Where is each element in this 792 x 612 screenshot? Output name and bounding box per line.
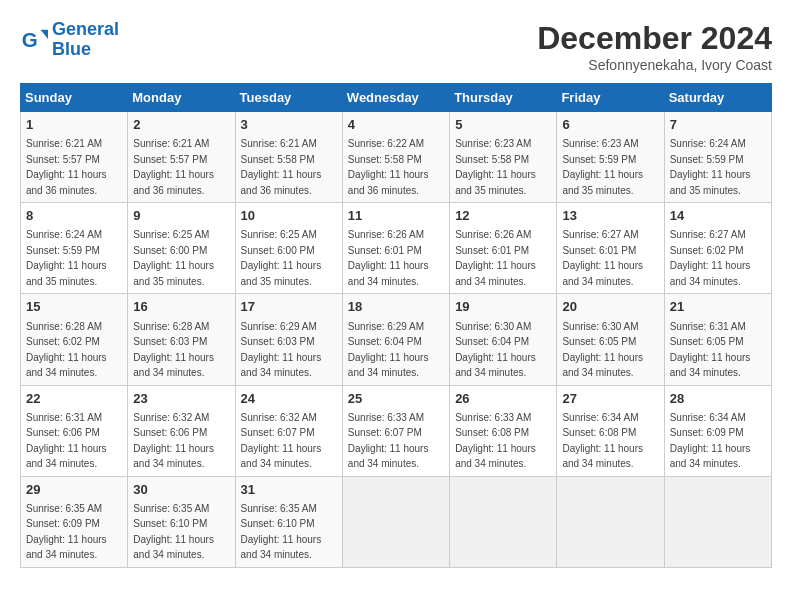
calendar-day-cell: 31Sunrise: 6:35 AMSunset: 6:10 PMDayligh… [235,476,342,567]
calendar-day-cell: 2Sunrise: 6:21 AMSunset: 5:57 PMDaylight… [128,112,235,203]
calendar-day-cell: 6Sunrise: 6:23 AMSunset: 5:59 PMDaylight… [557,112,664,203]
day-info: Sunrise: 6:28 AMSunset: 6:02 PMDaylight:… [26,321,107,379]
day-info: Sunrise: 6:34 AMSunset: 6:08 PMDaylight:… [562,412,643,470]
calendar-day-cell: 22Sunrise: 6:31 AMSunset: 6:06 PMDayligh… [21,385,128,476]
calendar-day-cell: 1Sunrise: 6:21 AMSunset: 5:57 PMDaylight… [21,112,128,203]
day-number: 10 [241,207,337,225]
day-info: Sunrise: 6:32 AMSunset: 6:07 PMDaylight:… [241,412,322,470]
calendar-body: 1Sunrise: 6:21 AMSunset: 5:57 PMDaylight… [21,112,772,568]
day-number: 12 [455,207,551,225]
calendar-day-cell: 19Sunrise: 6:30 AMSunset: 6:04 PMDayligh… [450,294,557,385]
calendar-day-cell: 16Sunrise: 6:28 AMSunset: 6:03 PMDayligh… [128,294,235,385]
day-info: Sunrise: 6:24 AMSunset: 5:59 PMDaylight:… [26,229,107,287]
calendar-day-cell: 29Sunrise: 6:35 AMSunset: 6:09 PMDayligh… [21,476,128,567]
day-number: 1 [26,116,122,134]
day-number: 26 [455,390,551,408]
weekday-header-cell: Tuesday [235,84,342,112]
day-number: 30 [133,481,229,499]
calendar-table: SundayMondayTuesdayWednesdayThursdayFrid… [20,83,772,568]
day-number: 13 [562,207,658,225]
day-info: Sunrise: 6:26 AMSunset: 6:01 PMDaylight:… [348,229,429,287]
day-info: Sunrise: 6:21 AMSunset: 5:57 PMDaylight:… [133,138,214,196]
day-number: 29 [26,481,122,499]
calendar-day-cell: 21Sunrise: 6:31 AMSunset: 6:05 PMDayligh… [664,294,771,385]
weekday-header-cell: Sunday [21,84,128,112]
day-info: Sunrise: 6:35 AMSunset: 6:10 PMDaylight:… [133,503,214,561]
day-info: Sunrise: 6:35 AMSunset: 6:09 PMDaylight:… [26,503,107,561]
day-info: Sunrise: 6:30 AMSunset: 6:04 PMDaylight:… [455,321,536,379]
calendar-day-cell: 20Sunrise: 6:30 AMSunset: 6:05 PMDayligh… [557,294,664,385]
title-block: December 2024 Sefonnyenekaha, Ivory Coas… [537,20,772,73]
calendar-day-cell: 30Sunrise: 6:35 AMSunset: 6:10 PMDayligh… [128,476,235,567]
calendar-week-row: 1Sunrise: 6:21 AMSunset: 5:57 PMDaylight… [21,112,772,203]
day-number: 20 [562,298,658,316]
page-header: G General Blue December 2024 Sefonnyenek… [20,20,772,73]
day-info: Sunrise: 6:27 AMSunset: 6:02 PMDaylight:… [670,229,751,287]
weekday-header-row: SundayMondayTuesdayWednesdayThursdayFrid… [21,84,772,112]
calendar-week-row: 29Sunrise: 6:35 AMSunset: 6:09 PMDayligh… [21,476,772,567]
day-info: Sunrise: 6:22 AMSunset: 5:58 PMDaylight:… [348,138,429,196]
day-number: 11 [348,207,444,225]
logo-text: General Blue [52,20,119,60]
calendar-day-cell: 8Sunrise: 6:24 AMSunset: 5:59 PMDaylight… [21,203,128,294]
day-number: 17 [241,298,337,316]
day-info: Sunrise: 6:32 AMSunset: 6:06 PMDaylight:… [133,412,214,470]
day-number: 22 [26,390,122,408]
calendar-week-row: 22Sunrise: 6:31 AMSunset: 6:06 PMDayligh… [21,385,772,476]
day-info: Sunrise: 6:29 AMSunset: 6:03 PMDaylight:… [241,321,322,379]
svg-marker-1 [41,30,48,39]
day-number: 18 [348,298,444,316]
day-info: Sunrise: 6:21 AMSunset: 5:57 PMDaylight:… [26,138,107,196]
weekday-header-cell: Wednesday [342,84,449,112]
day-number: 25 [348,390,444,408]
day-number: 9 [133,207,229,225]
calendar-day-cell [557,476,664,567]
calendar-week-row: 15Sunrise: 6:28 AMSunset: 6:02 PMDayligh… [21,294,772,385]
calendar-day-cell: 5Sunrise: 6:23 AMSunset: 5:58 PMDaylight… [450,112,557,203]
location-subtitle: Sefonnyenekaha, Ivory Coast [537,57,772,73]
day-info: Sunrise: 6:33 AMSunset: 6:08 PMDaylight:… [455,412,536,470]
day-number: 21 [670,298,766,316]
calendar-day-cell: 27Sunrise: 6:34 AMSunset: 6:08 PMDayligh… [557,385,664,476]
day-number: 15 [26,298,122,316]
day-info: Sunrise: 6:26 AMSunset: 6:01 PMDaylight:… [455,229,536,287]
calendar-day-cell: 24Sunrise: 6:32 AMSunset: 6:07 PMDayligh… [235,385,342,476]
day-number: 7 [670,116,766,134]
day-number: 4 [348,116,444,134]
day-info: Sunrise: 6:29 AMSunset: 6:04 PMDaylight:… [348,321,429,379]
day-info: Sunrise: 6:27 AMSunset: 6:01 PMDaylight:… [562,229,643,287]
day-number: 23 [133,390,229,408]
day-info: Sunrise: 6:31 AMSunset: 6:06 PMDaylight:… [26,412,107,470]
calendar-day-cell: 18Sunrise: 6:29 AMSunset: 6:04 PMDayligh… [342,294,449,385]
logo: G General Blue [20,20,119,60]
calendar-week-row: 8Sunrise: 6:24 AMSunset: 5:59 PMDaylight… [21,203,772,294]
day-info: Sunrise: 6:23 AMSunset: 5:59 PMDaylight:… [562,138,643,196]
day-number: 8 [26,207,122,225]
calendar-day-cell: 14Sunrise: 6:27 AMSunset: 6:02 PMDayligh… [664,203,771,294]
day-number: 3 [241,116,337,134]
weekday-header-cell: Thursday [450,84,557,112]
calendar-day-cell [342,476,449,567]
weekday-header-cell: Friday [557,84,664,112]
calendar-day-cell: 12Sunrise: 6:26 AMSunset: 6:01 PMDayligh… [450,203,557,294]
logo-icon: G [20,26,48,54]
calendar-day-cell: 4Sunrise: 6:22 AMSunset: 5:58 PMDaylight… [342,112,449,203]
logo-line1: General [52,19,119,39]
calendar-day-cell: 15Sunrise: 6:28 AMSunset: 6:02 PMDayligh… [21,294,128,385]
day-info: Sunrise: 6:24 AMSunset: 5:59 PMDaylight:… [670,138,751,196]
day-number: 31 [241,481,337,499]
day-number: 14 [670,207,766,225]
calendar-day-cell: 26Sunrise: 6:33 AMSunset: 6:08 PMDayligh… [450,385,557,476]
day-info: Sunrise: 6:28 AMSunset: 6:03 PMDaylight:… [133,321,214,379]
weekday-header-cell: Saturday [664,84,771,112]
calendar-day-cell: 10Sunrise: 6:25 AMSunset: 6:00 PMDayligh… [235,203,342,294]
calendar-day-cell: 23Sunrise: 6:32 AMSunset: 6:06 PMDayligh… [128,385,235,476]
day-info: Sunrise: 6:34 AMSunset: 6:09 PMDaylight:… [670,412,751,470]
day-info: Sunrise: 6:30 AMSunset: 6:05 PMDaylight:… [562,321,643,379]
day-number: 5 [455,116,551,134]
day-info: Sunrise: 6:23 AMSunset: 5:58 PMDaylight:… [455,138,536,196]
day-number: 19 [455,298,551,316]
weekday-header-cell: Monday [128,84,235,112]
calendar-day-cell: 7Sunrise: 6:24 AMSunset: 5:59 PMDaylight… [664,112,771,203]
day-info: Sunrise: 6:35 AMSunset: 6:10 PMDaylight:… [241,503,322,561]
